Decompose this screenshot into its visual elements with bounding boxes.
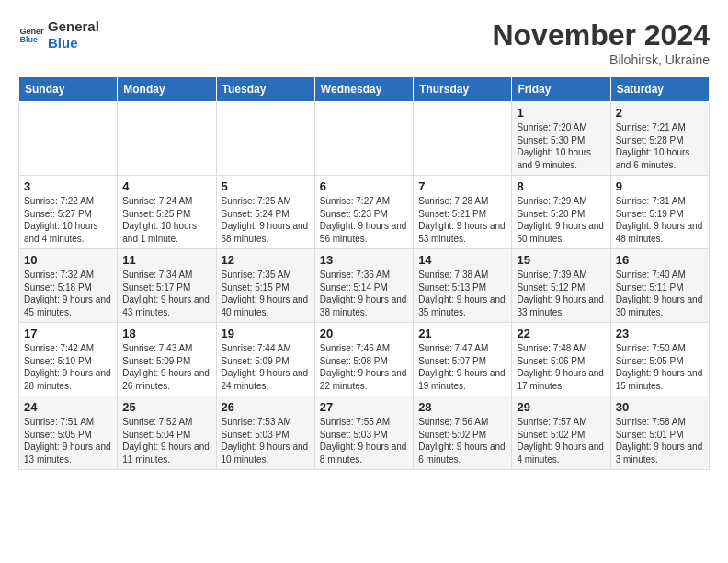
calendar-cell [414, 102, 512, 176]
day-number: 13 [320, 253, 408, 267]
weekday-header-tuesday: Tuesday [216, 77, 314, 102]
calendar-cell: 29Sunrise: 7:57 AM Sunset: 5:02 PM Dayli… [512, 396, 610, 470]
day-info: Sunrise: 7:28 AM Sunset: 5:21 PM Dayligh… [418, 195, 506, 245]
calendar-cell: 1Sunrise: 7:20 AM Sunset: 5:30 PM Daylig… [512, 102, 610, 176]
day-number: 18 [122, 327, 210, 340]
calendar-cell [216, 102, 314, 176]
day-info: Sunrise: 7:46 AM Sunset: 5:08 PM Dayligh… [320, 342, 408, 392]
logo-icon: General Blue [18, 22, 44, 48]
day-info: Sunrise: 7:39 AM Sunset: 5:12 PM Dayligh… [517, 269, 605, 318]
day-number: 22 [517, 327, 605, 340]
day-number: 25 [122, 400, 210, 414]
weekday-header-wednesday: Wednesday [314, 77, 413, 102]
day-number: 17 [24, 327, 112, 340]
weekday-header-friday: Friday [512, 77, 610, 102]
location: Bilohirsk, Ukraine [492, 52, 710, 67]
svg-text:General: General [19, 27, 44, 36]
calendar-table: SundayMondayTuesdayWednesdayThursdayFrid… [18, 76, 710, 470]
weekday-header-monday: Monday [118, 77, 216, 102]
calendar-cell: 17Sunrise: 7:42 AM Sunset: 5:10 PM Dayli… [19, 323, 118, 396]
day-info: Sunrise: 7:32 AM Sunset: 5:18 PM Dayligh… [24, 269, 112, 318]
calendar-cell: 15Sunrise: 7:39 AM Sunset: 5:12 PM Dayli… [512, 249, 610, 323]
day-number: 23 [616, 327, 704, 340]
day-number: 2 [616, 106, 704, 120]
calendar-cell: 30Sunrise: 7:58 AM Sunset: 5:01 PM Dayli… [610, 396, 709, 470]
calendar-cell: 2Sunrise: 7:21 AM Sunset: 5:28 PM Daylig… [610, 102, 709, 176]
day-number: 30 [616, 400, 704, 414]
calendar-cell: 28Sunrise: 7:56 AM Sunset: 5:02 PM Dayli… [414, 396, 512, 470]
day-info: Sunrise: 7:43 AM Sunset: 5:09 PM Dayligh… [122, 342, 210, 392]
day-number: 21 [418, 327, 506, 340]
calendar-cell: 11Sunrise: 7:34 AM Sunset: 5:17 PM Dayli… [118, 249, 216, 323]
day-info: Sunrise: 7:56 AM Sunset: 5:02 PM Dayligh… [418, 416, 506, 465]
day-info: Sunrise: 7:31 AM Sunset: 5:19 PM Dayligh… [616, 195, 704, 245]
calendar-cell: 8Sunrise: 7:29 AM Sunset: 5:20 PM Daylig… [512, 176, 610, 249]
day-info: Sunrise: 7:48 AM Sunset: 5:06 PM Dayligh… [517, 342, 605, 392]
day-info: Sunrise: 7:21 AM Sunset: 5:28 PM Dayligh… [616, 121, 704, 171]
day-number: 19 [222, 327, 310, 340]
logo-blue: Blue [48, 35, 99, 52]
day-number: 16 [616, 253, 704, 267]
day-info: Sunrise: 7:44 AM Sunset: 5:09 PM Dayligh… [222, 342, 310, 392]
logo-general: General [48, 18, 99, 35]
day-number: 10 [24, 253, 112, 267]
calendar-cell: 3Sunrise: 7:22 AM Sunset: 5:27 PM Daylig… [19, 176, 118, 249]
calendar-cell: 7Sunrise: 7:28 AM Sunset: 5:21 PM Daylig… [414, 176, 512, 249]
calendar-week-row: 24Sunrise: 7:51 AM Sunset: 5:05 PM Dayli… [19, 396, 710, 470]
calendar-cell [118, 102, 216, 176]
title-block: November 2024 Bilohirsk, Ukraine [492, 18, 710, 67]
day-number: 27 [320, 400, 408, 414]
weekday-header-saturday: Saturday [610, 77, 709, 102]
day-info: Sunrise: 7:52 AM Sunset: 5:04 PM Dayligh… [122, 416, 210, 465]
calendar-cell: 6Sunrise: 7:27 AM Sunset: 5:23 PM Daylig… [314, 176, 413, 249]
calendar-cell: 25Sunrise: 7:52 AM Sunset: 5:04 PM Dayli… [118, 396, 216, 470]
calendar-week-row: 10Sunrise: 7:32 AM Sunset: 5:18 PM Dayli… [19, 249, 710, 323]
day-info: Sunrise: 7:24 AM Sunset: 5:25 PM Dayligh… [122, 195, 210, 245]
day-number: 15 [517, 253, 605, 267]
logo: General Blue General Blue [18, 18, 99, 52]
day-number: 7 [418, 179, 506, 193]
day-number: 1 [517, 106, 605, 120]
day-number: 28 [418, 400, 506, 414]
weekday-header-row: SundayMondayTuesdayWednesdayThursdayFrid… [19, 77, 710, 102]
day-info: Sunrise: 7:47 AM Sunset: 5:07 PM Dayligh… [418, 342, 506, 392]
day-info: Sunrise: 7:34 AM Sunset: 5:17 PM Dayligh… [122, 269, 210, 318]
day-info: Sunrise: 7:42 AM Sunset: 5:10 PM Dayligh… [24, 342, 112, 392]
day-number: 26 [222, 400, 310, 414]
svg-text:Blue: Blue [19, 35, 38, 44]
day-info: Sunrise: 7:53 AM Sunset: 5:03 PM Dayligh… [222, 416, 310, 465]
day-number: 14 [418, 253, 506, 267]
day-number: 20 [320, 327, 408, 340]
day-info: Sunrise: 7:51 AM Sunset: 5:05 PM Dayligh… [24, 416, 112, 465]
weekday-header-sunday: Sunday [19, 77, 118, 102]
calendar-week-row: 3Sunrise: 7:22 AM Sunset: 5:27 PM Daylig… [19, 176, 710, 249]
day-info: Sunrise: 7:40 AM Sunset: 5:11 PM Dayligh… [616, 269, 704, 318]
calendar-cell: 27Sunrise: 7:55 AM Sunset: 5:03 PM Dayli… [314, 396, 413, 470]
day-number: 6 [320, 179, 408, 193]
calendar-cell: 12Sunrise: 7:35 AM Sunset: 5:15 PM Dayli… [216, 249, 314, 323]
day-info: Sunrise: 7:36 AM Sunset: 5:14 PM Dayligh… [320, 269, 408, 318]
day-number: 12 [222, 253, 310, 267]
calendar-cell: 24Sunrise: 7:51 AM Sunset: 5:05 PM Dayli… [19, 396, 118, 470]
day-info: Sunrise: 7:27 AM Sunset: 5:23 PM Dayligh… [320, 195, 408, 245]
day-number: 9 [616, 179, 704, 193]
day-info: Sunrise: 7:35 AM Sunset: 5:15 PM Dayligh… [222, 269, 310, 318]
page-header: General Blue General Blue November 2024 … [18, 18, 710, 67]
calendar-cell: 26Sunrise: 7:53 AM Sunset: 5:03 PM Dayli… [216, 396, 314, 470]
calendar-cell: 18Sunrise: 7:43 AM Sunset: 5:09 PM Dayli… [118, 323, 216, 396]
day-info: Sunrise: 7:57 AM Sunset: 5:02 PM Dayligh… [517, 416, 605, 465]
day-info: Sunrise: 7:55 AM Sunset: 5:03 PM Dayligh… [320, 416, 408, 465]
day-info: Sunrise: 7:50 AM Sunset: 5:05 PM Dayligh… [616, 342, 704, 392]
day-info: Sunrise: 7:29 AM Sunset: 5:20 PM Dayligh… [517, 195, 605, 245]
calendar-cell: 4Sunrise: 7:24 AM Sunset: 5:25 PM Daylig… [118, 176, 216, 249]
calendar-cell [19, 102, 118, 176]
calendar-cell: 9Sunrise: 7:31 AM Sunset: 5:19 PM Daylig… [610, 176, 709, 249]
day-info: Sunrise: 7:20 AM Sunset: 5:30 PM Dayligh… [517, 121, 605, 171]
calendar-week-row: 1Sunrise: 7:20 AM Sunset: 5:30 PM Daylig… [19, 102, 710, 176]
day-info: Sunrise: 7:25 AM Sunset: 5:24 PM Dayligh… [222, 195, 310, 245]
day-number: 24 [24, 400, 112, 414]
calendar-week-row: 17Sunrise: 7:42 AM Sunset: 5:10 PM Dayli… [19, 323, 710, 396]
day-info: Sunrise: 7:58 AM Sunset: 5:01 PM Dayligh… [616, 416, 704, 465]
calendar-cell: 21Sunrise: 7:47 AM Sunset: 5:07 PM Dayli… [414, 323, 512, 396]
day-number: 11 [122, 253, 210, 267]
